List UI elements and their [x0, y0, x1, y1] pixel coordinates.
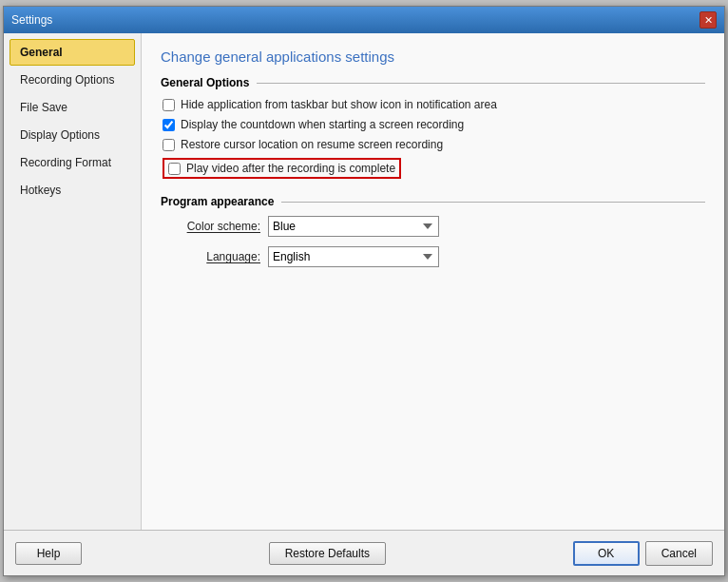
- help-button[interactable]: Help: [15, 542, 82, 565]
- countdown-label: Display the countdown when starting a sc…: [181, 118, 464, 131]
- sidebar-item-recording-options[interactable]: Recording Options: [10, 67, 135, 93]
- settings-window: Settings ✕ General Recording Options Fil…: [3, 6, 725, 576]
- hide-taskbar-checkbox[interactable]: [163, 99, 175, 111]
- hide-taskbar-row: Hide application from taskbar but show i…: [161, 97, 705, 112]
- restore-cursor-checkbox[interactable]: [163, 139, 175, 151]
- hide-taskbar-label: Hide application from taskbar but show i…: [181, 98, 497, 111]
- footer: Help Restore Defaults OK Cancel: [4, 530, 724, 575]
- sidebar: General Recording Options File Save Disp…: [4, 33, 142, 530]
- language-select[interactable]: English French German Spanish: [268, 246, 439, 267]
- restore-cursor-label: Restore cursor location on resume screen…: [181, 138, 443, 151]
- sidebar-item-general[interactable]: General: [10, 39, 135, 66]
- title-bar: Settings ✕: [4, 7, 724, 33]
- footer-center: Restore Defaults: [269, 542, 386, 565]
- countdown-checkbox[interactable]: [163, 119, 175, 131]
- color-scheme-label: Color scheme:: [161, 220, 260, 233]
- section-title: Change general applications settings: [161, 48, 705, 65]
- main-content: Change general applications settings Gen…: [142, 33, 724, 530]
- close-button[interactable]: ✕: [699, 11, 717, 29]
- play-video-highlighted: Play video after the recording is comple…: [163, 158, 401, 179]
- sidebar-item-display-options[interactable]: Display Options: [10, 122, 135, 148]
- play-video-checkbox[interactable]: [168, 163, 181, 175]
- play-video-row: Play video after the recording is comple…: [161, 157, 705, 180]
- color-scheme-row: Color scheme: Blue Dark Light: [161, 216, 705, 237]
- footer-left: Help: [15, 542, 82, 565]
- sidebar-item-recording-format[interactable]: Recording Format: [10, 149, 135, 176]
- color-scheme-select[interactable]: Blue Dark Light: [268, 216, 439, 237]
- program-appearance-group: Program appearance Color scheme: Blue Da…: [161, 195, 705, 267]
- language-label: Language:: [161, 250, 260, 263]
- restore-defaults-button[interactable]: Restore Defaults: [269, 542, 386, 565]
- window-title: Settings: [11, 13, 52, 27]
- play-video-label: Play video after the recording is comple…: [186, 162, 395, 175]
- restore-cursor-row: Restore cursor location on resume screen…: [161, 137, 705, 152]
- sidebar-item-hotkeys[interactable]: Hotkeys: [10, 177, 135, 204]
- sidebar-item-file-save[interactable]: File Save: [10, 94, 135, 121]
- general-options-label: General Options: [161, 76, 705, 89]
- cancel-button[interactable]: Cancel: [645, 541, 713, 566]
- general-options-group: General Options Hide application from ta…: [161, 76, 705, 180]
- window-body: General Recording Options File Save Disp…: [4, 33, 724, 530]
- program-appearance-label: Program appearance: [161, 195, 705, 208]
- language-row: Language: English French German Spanish: [161, 246, 705, 267]
- footer-right: OK Cancel: [573, 541, 713, 566]
- countdown-row: Display the countdown when starting a sc…: [161, 117, 705, 132]
- ok-button[interactable]: OK: [573, 541, 640, 566]
